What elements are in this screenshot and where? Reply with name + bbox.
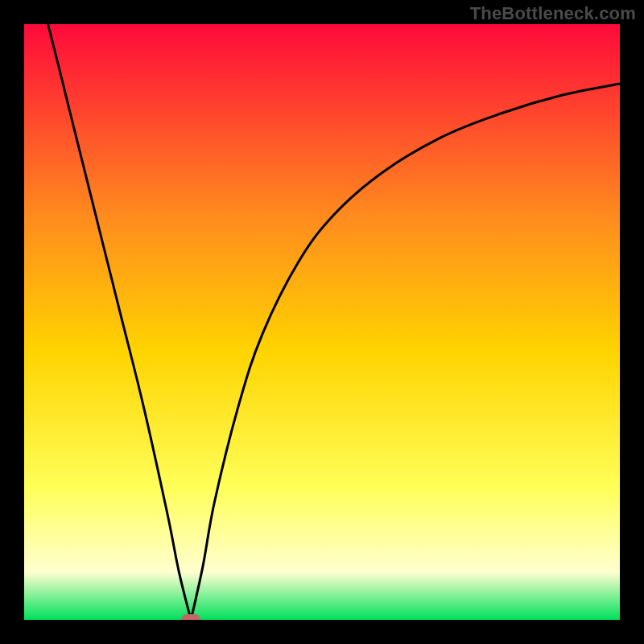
chart-frame: TheBottleneck.com xyxy=(0,0,644,644)
watermark-text: TheBottleneck.com xyxy=(470,3,636,24)
bottleneck-curve xyxy=(24,24,620,620)
optimum-marker xyxy=(181,614,200,620)
plot-area xyxy=(24,24,620,620)
